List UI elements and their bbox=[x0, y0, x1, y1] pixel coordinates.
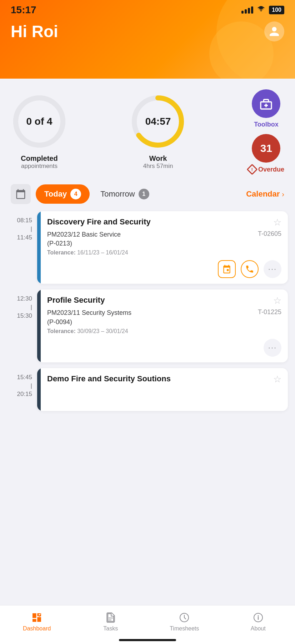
table-row: 08:15 | 11:45 Discovery Fire and Securit… bbox=[7, 211, 288, 284]
status-bar: 15:17 100 bbox=[0, 0, 295, 19]
nav-tasks-label: Tasks bbox=[103, 625, 118, 632]
schedule-icon-1[interactable] bbox=[218, 260, 236, 278]
appointment-bar-3 bbox=[37, 368, 41, 411]
overdue-warning-icon bbox=[246, 164, 258, 175]
appointment-taskid-1: T-02605 bbox=[258, 230, 281, 238]
work-stat: 04:57 Work 4hrs 57min bbox=[129, 93, 186, 170]
favorite-icon-3[interactable]: ☆ bbox=[273, 374, 281, 385]
nav-timesheets[interactable]: Timesheets bbox=[148, 610, 221, 634]
home-indicator bbox=[119, 639, 176, 641]
greeting-text: Hi Roi bbox=[11, 22, 58, 41]
appointment-tolerance-2: Tolerance: 30/09/23 – 30/01/24 bbox=[47, 328, 281, 335]
signal-icon bbox=[241, 6, 253, 14]
appointment-card-1[interactable]: Discovery Fire and Security ☆ PM2023/12 … bbox=[37, 211, 288, 284]
status-time: 15:17 bbox=[11, 4, 36, 16]
appointment-taskid-2: T-01225 bbox=[258, 308, 281, 316]
appointment-actions-1: ··· bbox=[47, 260, 281, 278]
tab-section: Today 4 Tomorrow 1 Calendar › bbox=[0, 177, 295, 208]
completed-stat: 0 of 4 Completed appointments bbox=[11, 93, 68, 170]
favorite-icon-1[interactable]: ☆ bbox=[273, 217, 281, 228]
appointment-tolerance-1: Tolerance: 16/11/23 – 16/01/24 bbox=[47, 249, 281, 256]
completed-value: 0 of 4 bbox=[26, 116, 52, 127]
battery-icon: 100 bbox=[269, 6, 284, 14]
tab-today-badge: 4 bbox=[70, 189, 81, 199]
status-icons: 100 bbox=[241, 5, 284, 15]
stats-section: 0 of 4 Completed appointments 04:57 Work… bbox=[0, 79, 295, 177]
work-label: Work 4hrs 57min bbox=[143, 154, 173, 170]
nav-dashboard-label: Dashboard bbox=[23, 625, 51, 632]
overdue-label: Overdue bbox=[258, 166, 284, 173]
work-value: 04:57 bbox=[145, 116, 171, 127]
bottom-nav: Dashboard Tasks Timesheets About bbox=[0, 605, 295, 644]
overdue-button[interactable]: 31 Overdue bbox=[248, 134, 284, 173]
work-circle: 04:57 bbox=[129, 93, 186, 150]
completed-circle: 0 of 4 bbox=[11, 93, 68, 150]
appointment-bar-2 bbox=[37, 289, 41, 362]
nav-about-label: About bbox=[251, 625, 266, 632]
appointment-subtitle-2: PM2023/11 Security Systems(P-0094) bbox=[47, 308, 131, 326]
nav-about[interactable]: About bbox=[221, 610, 295, 634]
toolbox-label: Toolbox bbox=[254, 121, 279, 128]
toolbox-button[interactable]: Toolbox bbox=[252, 89, 280, 128]
more-options-1[interactable]: ··· bbox=[264, 260, 281, 278]
appointment-time-1: 08:15 | 11:45 bbox=[7, 211, 32, 284]
appointment-content-2: Profile Security ☆ PM2023/11 Security Sy… bbox=[41, 289, 288, 362]
chevron-right-icon: › bbox=[282, 190, 284, 198]
table-row: 15:45 | 20:15 Demo Fire and Security Sou… bbox=[7, 368, 288, 411]
favorite-icon-2[interactable]: ☆ bbox=[273, 295, 281, 306]
appointment-title-3: Demo Fire and Security Soutions bbox=[47, 374, 270, 384]
tab-tomorrow[interactable]: Tomorrow 1 bbox=[95, 184, 155, 204]
tab-tomorrow-label: Tomorrow bbox=[100, 189, 135, 199]
overdue-label-row: Overdue bbox=[248, 165, 284, 173]
calendar-link[interactable]: Calendar › bbox=[246, 189, 284, 199]
appointment-card-2[interactable]: Profile Security ☆ PM2023/11 Security Sy… bbox=[37, 289, 288, 362]
nav-timesheets-label: Timesheets bbox=[170, 625, 199, 632]
calendar-icon-button[interactable] bbox=[11, 184, 31, 204]
toolbox-icon-circle bbox=[252, 89, 280, 118]
appointment-content-3: Demo Fire and Security Soutions ☆ bbox=[41, 368, 288, 411]
tab-today[interactable]: Today 4 bbox=[36, 184, 90, 204]
appointment-title-2: Profile Security bbox=[47, 295, 270, 306]
appointment-title-1: Discovery Fire and Security bbox=[47, 217, 270, 227]
completed-label: Completed appointments bbox=[21, 154, 58, 170]
overdue-count: 31 bbox=[252, 134, 280, 163]
phone-icon-1[interactable] bbox=[241, 260, 259, 278]
calendar-link-text: Calendar bbox=[246, 189, 280, 199]
appointment-time-3: 15:45 | 20:15 bbox=[7, 368, 32, 411]
tools-column: Toolbox 31 Overdue bbox=[248, 89, 284, 173]
avatar[interactable] bbox=[264, 21, 284, 41]
wifi-icon bbox=[257, 5, 265, 15]
table-row: 12:30 | 15:30 Profile Security ☆ PM2023/… bbox=[7, 289, 288, 362]
appointment-time-2: 12:30 | 15:30 bbox=[7, 289, 32, 362]
appointment-subtitle-1: PM2023/12 Basic Service(P-0213) bbox=[47, 230, 121, 248]
appointment-actions-2: ··· bbox=[47, 339, 281, 357]
appointment-bar-1 bbox=[37, 211, 41, 284]
nav-tasks[interactable]: Tasks bbox=[74, 610, 148, 634]
tab-tomorrow-badge: 1 bbox=[139, 189, 149, 199]
appointment-content-1: Discovery Fire and Security ☆ PM2023/12 … bbox=[41, 211, 288, 284]
more-options-2[interactable]: ··· bbox=[264, 339, 281, 357]
nav-dashboard[interactable]: Dashboard bbox=[0, 610, 74, 634]
appointment-card-3[interactable]: Demo Fire and Security Soutions ☆ bbox=[37, 368, 288, 411]
appointments-list: 08:15 | 11:45 Discovery Fire and Securit… bbox=[0, 208, 295, 460]
tab-today-label: Today bbox=[44, 189, 67, 199]
